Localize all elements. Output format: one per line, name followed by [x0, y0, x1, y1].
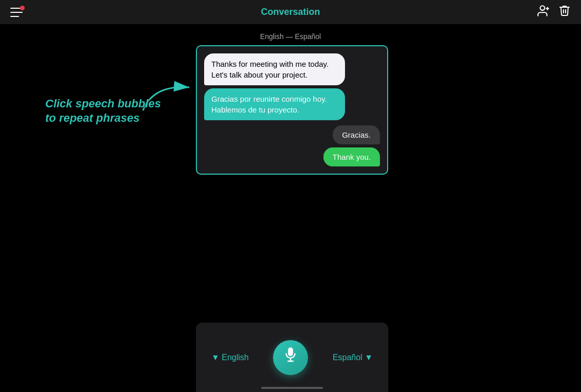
- header-right: [536, 4, 571, 21]
- bubble-right-group: Gracias. Thank you.: [204, 125, 380, 166]
- header-left: [10, 8, 23, 17]
- conversation-container: Thanks for meeting with me today. Let's …: [196, 45, 388, 175]
- menu-line-2: [10, 12, 23, 13]
- menu-line-3: [10, 16, 19, 17]
- bubble-left-group: Thanks for meeting with me today. Let's …: [204, 53, 380, 120]
- tooltip-annotation: Click speech bubbles to repeat phrases: [45, 97, 164, 125]
- page-title: Conversation: [261, 7, 320, 17]
- mic-icon: [283, 347, 298, 368]
- language-left-selector[interactable]: ▼ English: [211, 353, 249, 362]
- notification-dot: [20, 6, 25, 10]
- bubble-right-english[interactable]: Thank you.: [323, 147, 380, 166]
- bubble-left-english[interactable]: Thanks for meeting with me today. Let's …: [204, 53, 345, 85]
- bottom-bar: ▼ English Español ▼: [196, 323, 388, 392]
- bubble-left-spanish[interactable]: Gracias por reunirte conmigo hoy. Hablem…: [204, 88, 345, 120]
- annotation-text: Click speech bubbles to repeat phrases: [45, 97, 164, 125]
- header: Conversation: [0, 0, 581, 24]
- svg-rect-4: [288, 347, 293, 356]
- person-icon[interactable]: [536, 4, 549, 21]
- language-right-selector[interactable]: Español ▼: [333, 353, 373, 362]
- language-label: English — Español: [260, 32, 321, 41]
- svg-point-0: [540, 6, 545, 10]
- menu-button[interactable]: [10, 8, 23, 17]
- home-indicator: [261, 387, 323, 389]
- microphone-button[interactable]: [273, 340, 308, 375]
- bubble-right-spanish[interactable]: Gracias.: [333, 125, 380, 144]
- trash-icon[interactable]: [558, 4, 571, 21]
